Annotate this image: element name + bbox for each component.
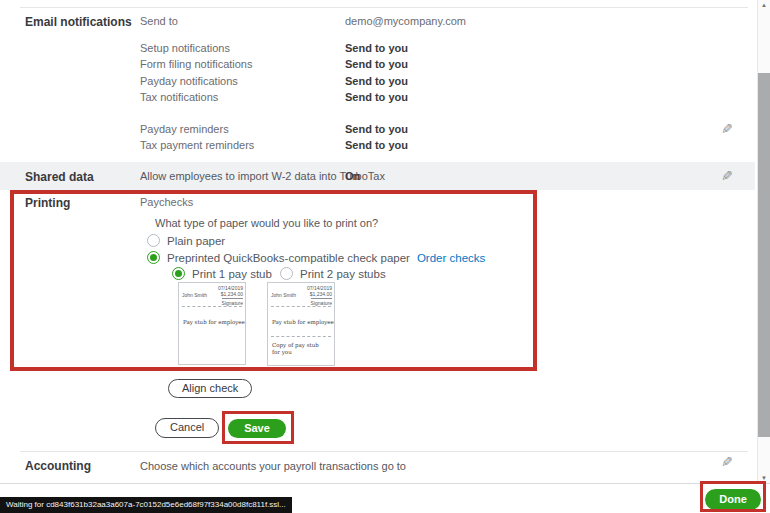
check-signature-label: Signature [311,298,332,306]
top-divider [20,7,748,8]
check-amount: $1,234.00 [307,291,332,297]
shared-data-value: On [345,170,360,182]
check-amount: $1,234.00 [218,291,243,297]
perforation-line [271,336,331,337]
cancel-button[interactable]: Cancel [155,418,219,438]
radio-unselected-icon[interactable] [147,234,160,247]
check-payee: John Smith [271,292,296,298]
printing-subtitle: Paychecks [140,196,193,208]
notification-row-label: Tax notifications [140,91,218,103]
print-1-pay-stub-option[interactable]: Print 1 pay stub [172,267,272,280]
printing-title: Printing [25,196,70,210]
print-1-pay-stub-label: Print 1 pay stub [192,268,272,280]
order-checks-link[interactable]: Order checks [417,252,485,264]
notification-row-value: Send to you [345,91,408,103]
done-button[interactable]: Done [705,489,761,510]
preprinted-paper-option[interactable]: Preprinted QuickBooks-compatible check p… [147,251,485,264]
accounting-title: Accounting [25,459,91,473]
pay-stub-text: Pay stub for employee [272,319,334,326]
pay-stub-text: Pay stub for employee [183,319,245,326]
plain-paper-option[interactable]: Plain paper [147,234,225,247]
preprinted-paper-label: Preprinted QuickBooks-compatible check p… [167,252,410,264]
print-2-pay-stubs-option[interactable]: Print 2 pay stubs [280,267,386,280]
reminder-row-value: Send to you [345,139,408,151]
vertical-scrollbar[interactable]: ▲ ▼ [757,0,770,483]
shared-data-title: Shared data [25,170,94,184]
check-preview-2-stubs: John Smith 07/14/2019 $1,234.00 Signatur… [267,282,335,366]
print-2-pay-stubs-label: Print 2 pay stubs [300,268,386,280]
send-to-label: Send to [140,15,178,27]
edit-pencil-icon[interactable]: ✎ [721,454,733,470]
accounting-label: Choose which accounts your payroll trans… [140,460,406,472]
check-payee: John Smith [182,292,207,298]
align-check-button[interactable]: Align check [168,379,252,398]
accounting-divider [20,451,748,452]
notification-row-value: Send to you [345,75,408,87]
copy-stub-line2: for you [272,349,319,356]
check-signature-label: Signature [222,298,243,306]
payroll-settings-page: Email notifications Send to demo@mycompa… [0,0,770,513]
notification-row-label: Setup notifications [140,42,230,54]
edit-pencil-icon[interactable]: ✎ [721,168,733,184]
notification-row-label: Form filing notifications [140,58,253,70]
browser-status-bar: Waiting for cd843f631b32aa3a607a-7c0152d… [0,497,292,513]
notification-row-value: Send to you [345,58,408,70]
paper-type-question: What type of paper would you like to pri… [155,217,378,229]
check-header: 07/14/2019 $1,234.00 Signature [307,285,332,306]
reminder-row-label: Tax payment reminders [140,139,254,151]
radio-unselected-icon[interactable] [280,267,293,280]
radio-selected-icon[interactable] [172,267,185,280]
notification-row-label: Payday notifications [140,75,238,87]
scroll-down-icon[interactable]: ▼ [758,475,770,481]
check-preview-1-stub: John Smith 07/14/2019 $1,234.00 Signatur… [178,282,246,365]
reminder-row-label: Payday reminders [140,123,229,135]
scroll-up-icon[interactable]: ▲ [758,2,770,8]
plain-paper-label: Plain paper [167,235,225,247]
scrollbar-thumb[interactable] [758,73,770,437]
perforation-line [182,306,242,307]
reminder-row-value: Send to you [345,123,408,135]
radio-selected-icon[interactable] [147,251,160,264]
notification-row-value: Send to you [345,42,408,54]
send-to-value: demo@mycompany.com [345,15,466,27]
check-header: 07/14/2019 $1,234.00 Signature [218,285,243,306]
copy-stub-text: Copy of pay stub for you [272,342,319,356]
shared-data-row: Shared data Allow employees to import W-… [0,162,755,190]
save-button[interactable]: Save [228,419,286,438]
perforation-line [271,306,331,307]
copy-stub-line1: Copy of pay stub [272,342,319,349]
edit-pencil-icon[interactable]: ✎ [721,121,733,137]
email-notifications-title: Email notifications [25,15,132,29]
